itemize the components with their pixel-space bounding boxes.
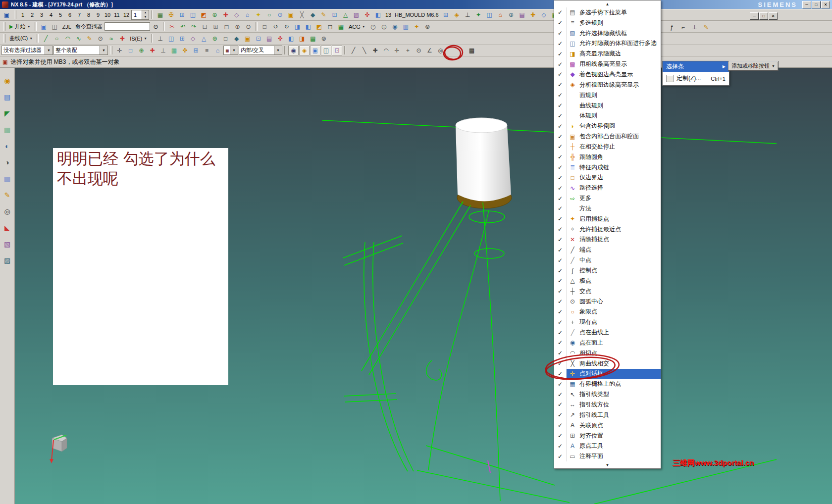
toolbar-icon[interactable]: ⊕ [506, 10, 517, 20]
toolbar-toggle-icon[interactable]: ◉ [288, 46, 299, 55]
toolbar-grip[interactable] [14, 10, 16, 19]
menu-item[interactable]: ✓ ┼ 在相交处停止 [554, 142, 661, 152]
toolbar-icon[interactable]: ⊕ [232, 22, 243, 32]
snap-point-icon[interactable]: ╲ [359, 46, 369, 55]
toolbar-icon[interactable]: ✂ [167, 22, 177, 32]
menu-item[interactable]: ✓ ▦ 有界栅格上的点 [554, 379, 661, 389]
menu-item[interactable]: ✓ ↗ 指引线工具 [554, 410, 661, 420]
toolbar-number-button[interactable]: 7 [75, 10, 84, 19]
customize-menu-item[interactable]: 定制(Z)... Ctrl+1 [663, 72, 729, 85]
toolbar-icon[interactable]: □ [260, 22, 270, 32]
toolbar-number-button[interactable]: 2 [28, 10, 37, 19]
resource-bar-icon[interactable]: ▨ [1, 254, 13, 266]
toolbar-icon[interactable]: ⊞ [177, 34, 187, 44]
toolbar-icon[interactable]: ⊥ [158, 46, 168, 55]
toolbar-icon[interactable]: ◧ [373, 10, 383, 20]
spinner-down-icon[interactable]: ▼ [142, 15, 149, 19]
snap-point-icon[interactable]: + [403, 46, 413, 55]
menu-item[interactable]: ✓ ↔ 指引线方位 [554, 400, 661, 410]
toolbar-icon[interactable]: ◫ [188, 10, 198, 20]
toolbar-icon[interactable]: ⌂ [212, 46, 223, 55]
menu-item[interactable]: ✓ ≡ 多选规则 [554, 18, 661, 28]
menu-item[interactable]: ✓ ⇨ 更多 [554, 193, 661, 203]
toolbar-icon[interactable]: ◩ [199, 10, 209, 20]
chevron-down-icon[interactable]: ▼ [100, 46, 107, 54]
grid-point-icon[interactable]: ▦ [467, 46, 477, 55]
toolbar-number-button[interactable]: 8 [84, 10, 93, 19]
menu-item[interactable]: ✓ ∫ 控制点 [554, 265, 661, 276]
doc-restore-button[interactable]: □ [759, 12, 768, 20]
menu-item[interactable]: ✓ ╱ 点在曲线上 [554, 327, 661, 338]
toolbar-icon[interactable]: ◆ [308, 10, 318, 20]
toolbar-number-button[interactable]: 10 [103, 10, 112, 19]
resource-bar-icon[interactable]: ▤ [1, 91, 13, 103]
toolbar-icon[interactable]: ⊚ [422, 22, 433, 32]
toolbar-icon[interactable]: ⊕ [136, 46, 147, 55]
spinner-up-icon[interactable]: ▲ [142, 10, 149, 15]
toolbar-icon[interactable]: ↺ [270, 22, 281, 32]
resource-bar-icon[interactable]: ◐ [1, 140, 13, 152]
toolbar-icon[interactable]: ◇ [539, 10, 549, 20]
menu-item[interactable]: ✓ ◈ 分析视图边缘高亮显示 [554, 80, 661, 90]
toolbar-icon[interactable]: ✜ [362, 10, 372, 20]
doc-close-button[interactable]: ✕ [769, 12, 778, 20]
menu-item[interactable]: ✓ ◫ 允许对隐藏的体和面进行多选 [554, 39, 661, 49]
toolbar-icon[interactable]: ╱ [41, 34, 51, 44]
toolbar-number-button[interactable]: 11 [112, 10, 121, 19]
toolbar-icon[interactable]: ▦ [336, 22, 346, 32]
toolbar-icon[interactable]: ▨ [351, 10, 362, 20]
color-swatch-combo[interactable]: ◼ ▼ [223, 46, 238, 55]
menu-item[interactable]: ✓ ⊞ 对齐位置 [554, 431, 661, 441]
toolbar-toggle-icon[interactable]: ◈ [299, 46, 310, 55]
selection-filter-combo[interactable]: 没有选择过滤器 ▼ [1, 46, 53, 55]
toolbar-toggle-icon[interactable]: ◫ [321, 46, 331, 55]
toolbar-icon[interactable]: ◫ [484, 10, 495, 20]
toolbar-number-button[interactable]: 1 [18, 10, 27, 19]
toolbar-icon[interactable]: □ [220, 34, 231, 44]
toolbar-grip[interactable] [110, 46, 112, 54]
toolbar-icon[interactable]: ◧ [303, 22, 313, 32]
window-menu-icon[interactable]: ▣ [1, 10, 12, 20]
select-bar-menu-item[interactable]: 选择条 ▶ [663, 61, 729, 72]
menu-item[interactable]: ✓ + 现有点 [554, 317, 661, 327]
toolbar-icon[interactable]: ⌐ [678, 22, 688, 32]
toolbar-icon[interactable]: ✦ [412, 22, 422, 32]
toolbar-toggle-icon[interactable]: ⊡ [332, 46, 342, 55]
toolbar-icon[interactable]: ▣ [242, 34, 253, 44]
resource-bar-icon[interactable]: ◉ [1, 75, 13, 87]
toolbar-icon[interactable]: ⊕ [209, 10, 220, 20]
menu-item[interactable]: ✓ A 原点工具 [554, 441, 661, 451]
selection-scope-combo[interactable]: 整个装配 ▼ [53, 46, 108, 55]
toolbar-icon[interactable]: ⊙ [95, 34, 105, 44]
menu-item[interactable]: ✓ ✧ 允许捕捉最近点 [554, 224, 661, 235]
snap-point-icon[interactable]: ✚ [370, 46, 380, 55]
menu-item[interactable]: ✓ ◠ 相切点 [554, 348, 661, 358]
menu-item[interactable]: ✓ ▤ 多选手势下拉菜单 [554, 7, 661, 18]
menu-item[interactable]: ✓ ╱ 端点 [554, 245, 661, 255]
menu-item[interactable]: ✓ 方法 [554, 203, 661, 214]
toolbar-icon[interactable]: △ [340, 10, 351, 20]
menu-item[interactable]: ✓ ◆ 着色视图边高亮显示 [554, 69, 661, 80]
menu-item[interactable]: ✓ ○ 象限点 [554, 306, 661, 317]
toolbar-icon[interactable]: ⊥ [689, 22, 700, 32]
toolbar-icon[interactable]: ↷ [189, 22, 199, 32]
snap-point-icon[interactable]: ✛ [392, 46, 402, 55]
toolbar-icon[interactable]: ⊚ [318, 34, 329, 44]
toolbar-number-button[interactable]: 5 [56, 10, 65, 19]
toolbar-icon[interactable]: ✚ [528, 10, 538, 20]
menu-item[interactable]: ✓ △ 极点 [554, 276, 661, 286]
toolbar-icon[interactable]: ╳ [297, 10, 307, 20]
menu-scroll-up[interactable]: ▲ [554, 0, 661, 7]
toolbar-icon[interactable]: ↻ [281, 22, 292, 32]
toolbar-icon[interactable]: ⌂ [495, 10, 506, 20]
toolbar-icon[interactable]: ◴ [368, 22, 378, 32]
toolbar-icon[interactable]: □ [125, 46, 136, 55]
toolbar-icon[interactable]: ◻ [221, 22, 232, 32]
menu-item[interactable]: ✓ 体规则 [554, 110, 661, 121]
chevron-down-icon[interactable]: ▼ [230, 46, 238, 54]
menu-item[interactable]: ✓ ╱ 中点 [554, 255, 661, 265]
toolbar-icon[interactable]: ◇ [231, 10, 242, 20]
toolbar-icon[interactable]: ✜ [180, 46, 190, 55]
menu-item[interactable]: ✓ ◨ 高亮显示隐藏边 [554, 49, 661, 59]
toolbar-icon[interactable]: ⊥ [463, 10, 473, 20]
